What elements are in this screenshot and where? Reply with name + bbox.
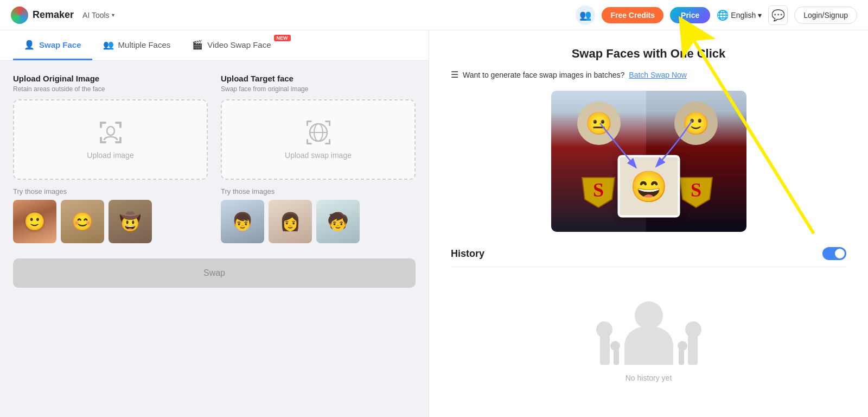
svg-text:S: S bbox=[691, 179, 701, 201]
upload-original-subtitle: Retain areas outside of the face bbox=[13, 85, 208, 93]
content-area: Upload Original Image Retain areas outsi… bbox=[0, 61, 429, 417]
svg-rect-19 bbox=[325, 143, 330, 144]
svg-rect-1 bbox=[100, 122, 102, 128]
left-panel: 👤 Swap Face 👥 Multiple Faces 🎬 Video Swa… bbox=[0, 30, 429, 417]
left-face: 😐 bbox=[577, 102, 621, 145]
swap-button-wrap: Swap bbox=[13, 258, 416, 288]
upload-original-zone[interactable]: Upload image bbox=[13, 99, 208, 180]
login-signup-button[interactable]: Login/Signup bbox=[794, 7, 857, 24]
logo-area: Remaker bbox=[11, 7, 74, 24]
face-scan-icon bbox=[98, 119, 124, 146]
small-tree-top-right bbox=[678, 341, 687, 351]
price-button[interactable]: Price bbox=[670, 7, 710, 23]
overlay-face: 😄 bbox=[617, 155, 680, 218]
chevron-down-icon: ▾ bbox=[112, 12, 114, 18]
upload-target-text: Upload swap image bbox=[285, 151, 352, 160]
demo-image-area: 😐 S 🙂 S bbox=[451, 91, 846, 232]
upload-target-title: Upload Target face bbox=[221, 74, 416, 83]
batch-swap-link[interactable]: Batch Swap Now bbox=[629, 71, 687, 79]
svg-text:S: S bbox=[593, 179, 604, 201]
tab-bar: 👤 Swap Face 👥 Multiple Faces 🎬 Video Swa… bbox=[0, 30, 429, 61]
batch-row: ☰ Want to generate face swap images in b… bbox=[451, 70, 846, 80]
history-empty-text: No history yet bbox=[626, 374, 672, 382]
person-icon: 👤 bbox=[24, 40, 35, 50]
demo-composite: 😐 S 🙂 S bbox=[551, 91, 746, 232]
tab-video-swap[interactable]: 🎬 Video Swap Face NEW bbox=[181, 30, 288, 60]
language-selector[interactable]: 🌐 English ▾ bbox=[717, 9, 762, 21]
stack-icon: ☰ bbox=[451, 70, 458, 80]
right-face: 🙂 bbox=[674, 102, 718, 145]
sample-image-original-2[interactable]: 😊 bbox=[61, 200, 104, 243]
svg-rect-15 bbox=[329, 121, 330, 126]
language-label: English bbox=[731, 11, 756, 20]
tab-swap-face-label: Swap Face bbox=[39, 40, 81, 49]
logo-text: Remaker bbox=[33, 9, 74, 21]
history-section: History bbox=[451, 247, 846, 393]
tab-multiple-faces-label: Multiple Faces bbox=[118, 40, 171, 49]
globe-scan-icon bbox=[305, 119, 331, 146]
upload-original-text: Upload image bbox=[87, 151, 133, 160]
try-label-target: Try those images bbox=[221, 187, 416, 195]
tab-swap-face[interactable]: 👤 Swap Face bbox=[13, 30, 92, 60]
upload-original-block: Upload Original Image Retain areas outsi… bbox=[13, 74, 208, 243]
people-icon: 👥 bbox=[103, 40, 114, 50]
small-tree-top-left bbox=[610, 341, 620, 351]
sample-images-original: 🙂 😊 🤠 bbox=[13, 200, 208, 243]
history-header: History bbox=[451, 247, 846, 267]
svg-rect-5 bbox=[100, 141, 106, 143]
tree-trunk-right bbox=[688, 335, 698, 365]
sample-image-target-3[interactable]: 🧒 bbox=[316, 200, 360, 243]
globe-icon: 🌐 bbox=[717, 9, 729, 21]
tree-top-left bbox=[596, 321, 612, 338]
sil-body bbox=[624, 327, 673, 365]
small-tree-right bbox=[679, 349, 684, 365]
header-right: 👥 Free Credits Price 🌐 English ▾ 💬 Login… bbox=[576, 5, 857, 25]
sil-head bbox=[635, 301, 663, 330]
sample-image-target-2[interactable]: 👩 bbox=[269, 200, 312, 243]
upload-target-zone[interactable]: Upload swap image bbox=[221, 99, 416, 180]
upload-target-subtitle: Swap face from original image bbox=[221, 85, 416, 93]
free-credits-button[interactable]: Free Credits bbox=[602, 7, 663, 23]
new-badge: NEW bbox=[274, 35, 291, 41]
sample-images-target: 👦 👩 🧒 bbox=[221, 200, 416, 243]
tree-trunk-left bbox=[600, 335, 610, 365]
tree-top-right bbox=[685, 321, 701, 338]
upload-original-title: Upload Original Image bbox=[13, 74, 208, 83]
sample-image-target-1[interactable]: 👦 bbox=[221, 200, 264, 243]
right-panel-title: Swap Faces with One Click bbox=[451, 47, 846, 61]
svg-rect-17 bbox=[307, 143, 312, 144]
logo-icon bbox=[11, 7, 28, 24]
notification-button[interactable]: 💬 bbox=[768, 5, 788, 25]
upload-row: Upload Original Image Retain areas outsi… bbox=[13, 74, 416, 243]
history-empty: No history yet bbox=[451, 278, 846, 393]
batch-text: Want to generate face swap images in bat… bbox=[463, 71, 624, 79]
main-layout: 👤 Swap Face 👥 Multiple Faces 🎬 Video Swa… bbox=[0, 30, 868, 417]
empty-illustration bbox=[595, 289, 703, 365]
small-tree-left bbox=[614, 349, 619, 365]
ai-tools-label: AI Tools bbox=[82, 11, 110, 20]
sample-image-original-1[interactable]: 🙂 bbox=[13, 200, 56, 243]
try-label-original: Try those images bbox=[13, 187, 208, 195]
header: Remaker AI Tools ▾ 👥 Free Credits Price … bbox=[0, 0, 868, 30]
tab-multiple-faces[interactable]: 👥 Multiple Faces bbox=[92, 30, 182, 60]
ai-tools-menu[interactable]: AI Tools ▾ bbox=[82, 11, 114, 20]
sample-image-original-3[interactable]: 🤠 bbox=[108, 200, 152, 243]
svg-point-8 bbox=[107, 127, 114, 135]
video-icon: 🎬 bbox=[192, 40, 203, 50]
svg-rect-13 bbox=[307, 121, 308, 126]
tab-video-swap-label: Video Swap Face bbox=[207, 40, 271, 49]
svg-rect-7 bbox=[115, 141, 122, 143]
history-title: History bbox=[451, 248, 484, 260]
upload-target-block: Upload Target face Swap face from origin… bbox=[221, 74, 416, 243]
svg-rect-3 bbox=[119, 122, 122, 128]
users-icon-button[interactable]: 👥 bbox=[576, 5, 595, 25]
chevron-down-icon: ▾ bbox=[758, 11, 762, 20]
right-panel: Swap Faces with One Click ☰ Want to gene… bbox=[429, 30, 868, 417]
history-toggle[interactable] bbox=[822, 247, 846, 260]
swap-button[interactable]: Swap bbox=[13, 258, 416, 288]
